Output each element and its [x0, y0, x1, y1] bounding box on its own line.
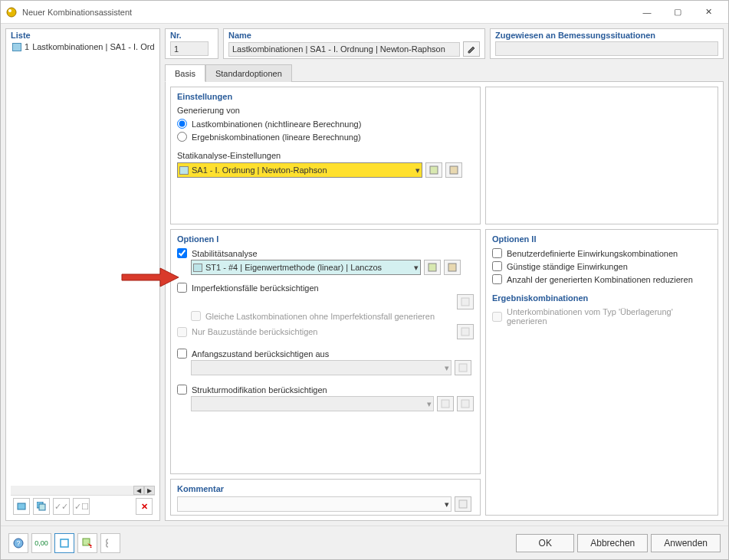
struktur-new-button — [437, 396, 454, 411]
st-new-button[interactable] — [424, 260, 441, 275]
optionen1-group: Optionen I Stabilitätsanalyse ST1 - #4 |… — [170, 229, 481, 474]
check-guenstig[interactable]: Günstige ständige Einwirkungen — [492, 260, 711, 273]
sa-new-button[interactable] — [425, 162, 442, 178]
kommentar-group: Kommentar ▾ — [170, 479, 481, 516]
svg-rect-7 — [429, 264, 436, 271]
footer: ? 0,00 OK Abbrechen Anwenden — [1, 526, 728, 559]
titlebar: Neuer Kombinationsassistent — ▢ ✕ — [1, 1, 728, 24]
stabilitaet-select[interactable]: ST1 - #4 | Eigenwertmethode (linear) | L… — [191, 260, 421, 275]
radio-ergebniskombinationen[interactable]: Ergebniskombinationen (lineare Berechnun… — [177, 130, 474, 143]
name-panel: Name Lastkombinationen | SA1 - I. Ordnun… — [223, 28, 485, 59]
radio-lastkombinationen[interactable]: Lastkombinationen (nichtlineare Berechnu… — [177, 117, 474, 130]
check-anzahl[interactable]: Anzahl der generierten Kombinationen red… — [492, 273, 711, 286]
statikanalyse-select[interactable]: SA1 - I. Ordnung | Newton-Raphson ▾ — [177, 162, 422, 178]
tab-basis[interactable]: Basis — [165, 64, 205, 82]
zugewiesen-panel: Zugewiesen an Bemessungssituationen — [490, 28, 724, 59]
tab-standardoptionen[interactable]: Standardoptionen — [205, 64, 292, 82]
rect-tool-button[interactable] — [54, 533, 74, 553]
svg-rect-17 — [61, 539, 68, 547]
name-field[interactable]: Lastkombinationen | SA1 - I. Ordnung | N… — [228, 42, 460, 57]
list-item[interactable]: 1 Lastkombinationen | SA1 - I. Ordnung — [11, 41, 155, 52]
svg-text:?: ? — [16, 539, 20, 547]
check-benutzerdef[interactable]: Benutzerdefinierte Einwirkungskombinatio… — [492, 247, 711, 260]
anwenden-button[interactable]: Anwenden — [651, 534, 721, 552]
nr-panel: Nr. 1 — [165, 28, 218, 59]
optionen2-group: Optionen II Benutzerdefinierte Einwirkun… — [485, 229, 718, 516]
color-swatch-icon — [12, 43, 21, 51]
svg-rect-9 — [461, 298, 469, 306]
scroll-right-icon[interactable]: ▶ — [144, 486, 155, 495]
minimize-button[interactable]: — — [632, 1, 662, 24]
check-gleiche: Gleiche Lastkombinationen ohne Imperfekt… — [191, 309, 474, 323]
svg-rect-13 — [461, 400, 469, 408]
svg-rect-6 — [450, 166, 458, 174]
check-imperfektion[interactable]: Imperfektionsfälle berücksichtigen — [177, 281, 474, 294]
maximize-button[interactable]: ▢ — [662, 1, 693, 24]
check-stabilitaet[interactable]: Stabilitätsanalyse — [177, 247, 474, 260]
liste-toolbar: ✓✓ ✓☐ ✕ — [11, 495, 155, 517]
new-item-button[interactable] — [13, 498, 30, 515]
nurbau-btn — [457, 324, 474, 339]
ok-button[interactable]: OK — [516, 534, 574, 552]
close-button[interactable]: ✕ — [693, 1, 724, 24]
window-title: Neuer Kombinationsassistent — [22, 8, 132, 17]
anfang-edit-button — [455, 360, 471, 375]
sa-color-icon — [179, 166, 189, 175]
svg-point-1 — [8, 9, 11, 12]
kommentar-select[interactable]: ▾ — [177, 496, 452, 512]
top-right-placeholder — [485, 87, 718, 224]
svg-rect-5 — [430, 166, 438, 174]
abbrechen-button[interactable]: Abbrechen — [577, 534, 648, 552]
svg-point-0 — [7, 8, 16, 17]
svg-rect-8 — [448, 264, 456, 271]
svg-rect-12 — [442, 400, 449, 408]
select-tool-button[interactable] — [77, 533, 97, 553]
struktur-edit-button — [457, 396, 474, 411]
nr-field[interactable]: 1 — [170, 41, 209, 56]
chevron-down-icon: ▾ — [414, 263, 419, 273]
st-edit-button[interactable] — [444, 260, 461, 275]
tab-bar: Basis Standardoptionen — [165, 64, 724, 82]
list-item-num: 1 — [25, 42, 29, 51]
svg-rect-18 — [83, 539, 90, 545]
help-button[interactable]: ? — [8, 533, 28, 553]
svg-rect-10 — [461, 328, 469, 336]
copy-item-button[interactable] — [33, 498, 50, 515]
app-icon — [5, 6, 18, 18]
imperf-edit-button — [457, 294, 474, 309]
check-nurbau: Nur Bauzustände berücksichtigen — [177, 326, 454, 339]
svg-rect-4 — [39, 504, 45, 510]
check-unterkombinationen: Unterkombinationen vom Typ 'Überlagerung… — [492, 306, 711, 327]
anfang-select: ▾ — [191, 360, 452, 375]
unchecklist-button: ✓☐ — [73, 498, 90, 515]
checklist-button: ✓✓ — [53, 498, 70, 515]
list-item-text: Lastkombinationen | SA1 - I. Ordnung — [32, 42, 155, 51]
script-button — [100, 533, 120, 553]
name-edit-button[interactable] — [463, 41, 480, 57]
einstellungen-group: Einstellungen Generierung von Lastkombin… — [170, 87, 481, 224]
check-strukturmod[interactable]: Strukturmodifikation berücksichtigen — [177, 383, 474, 396]
st-color-icon — [193, 264, 202, 272]
sa-edit-button[interactable] — [445, 162, 462, 178]
liste-panel: Liste 1 Lastkombinationen | SA1 - I. Ord… — [5, 28, 160, 521]
scroll-left-icon[interactable]: ◀ — [133, 486, 144, 495]
check-anfangszustand[interactable]: Anfangszustand berücksichtigen aus — [177, 347, 474, 360]
svg-rect-11 — [459, 364, 467, 372]
delete-item-button[interactable]: ✕ — [136, 498, 153, 515]
liste-title: Liste — [11, 31, 155, 40]
kommentar-button[interactable] — [455, 496, 471, 512]
units-button[interactable]: 0,00 — [31, 533, 51, 553]
svg-rect-2 — [18, 503, 25, 509]
zugewiesen-field[interactable] — [495, 41, 718, 56]
chevron-down-icon: ▾ — [415, 165, 420, 175]
h-scrollbar[interactable]: ◀ ▶ — [11, 486, 155, 495]
struktur-select: ▾ — [191, 396, 434, 411]
svg-rect-14 — [459, 500, 467, 508]
